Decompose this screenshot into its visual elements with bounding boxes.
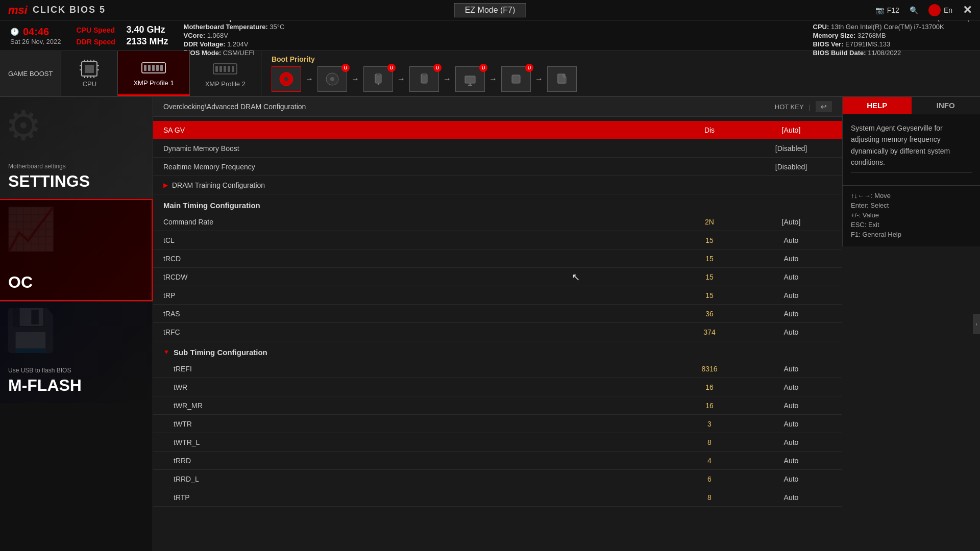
profile-cpu[interactable]: CPU [61,51,118,96]
right-info: MB: MAG Z790 TOMAHAWK WIFI DDR4 (MS-7D91… [813,14,970,57]
setting-current-tras: 36 [669,310,750,318]
setting-name-trcdw: tRCDW [163,273,669,281]
key-hint-f1: F1: General Help [851,231,972,238]
setting-row-trfc[interactable]: tRFC 374 Auto [153,323,842,341]
setting-current-sagv: Dis [669,126,750,134]
boot-device-6[interactable]: U [501,66,531,92]
help-panel-collapse-button[interactable]: › [973,314,980,334]
ez-mode-button[interactable]: EZ Mode (F7) [454,3,526,17]
setting-value-twr: Auto [750,383,832,391]
svg-rect-15 [144,65,146,71]
lang-icon [928,4,941,16]
setting-row-trcdw[interactable]: tRCDW 15 Auto ↖ [153,268,842,286]
screenshot-button[interactable]: 📷 F12 [875,6,899,14]
setting-name-sagv: SA GV [163,126,669,134]
boot-badge-6: U [525,64,533,72]
setting-row-commandrate[interactable]: Command Rate 2N [Auto] [153,213,842,231]
setting-row-tras[interactable]: tRAS 36 Auto [153,305,842,323]
key-hint-value: +/-: Value [851,211,972,219]
cpu-profile-label: CPU [83,80,96,88]
setting-row-twtr[interactable]: tWTR 3 Auto [153,415,842,433]
sidebar-item-oc[interactable]: 📈 OC [0,199,153,301]
key-hint-move: ↑↓←→: Move [851,192,972,199]
svg-rect-30 [375,74,381,83]
profile-xmp2[interactable]: XMP Profile 2 [190,51,261,96]
svg-rect-17 [152,65,155,71]
tab-help[interactable]: HELP [843,97,912,114]
breadcrumb-path: Overclocking\Advanced DRAM Configuration [163,103,306,111]
mb-temp-row: Motherboard Temperature: 35°C [184,23,798,31]
help-divider [851,172,972,173]
oc-bg-icon: 📈 [5,205,56,253]
search-icon: 🔍 [910,6,918,14]
setting-row-trp[interactable]: tRP 15 Auto [153,286,842,305]
setting-value-commandrate: [Auto] [750,218,832,226]
xmp2-profile-icon [212,60,238,78]
setting-current-trefi: 8316 [669,365,750,373]
svg-rect-18 [156,65,159,71]
center-info: CPU Core Temperature: 15°C Motherboard T… [184,14,798,57]
setting-row-trtp[interactable]: tRTP 8 Auto [153,488,842,507]
back-button[interactable]: ↩ [816,101,832,112]
setting-current-tcl: 15 [669,236,750,244]
help-text: System Agent Geyserville for adjusting m… [851,122,972,168]
game-boost-tab[interactable]: GAME BOOST [0,51,61,96]
boot-devices[interactable]: → U → U → U → U → [272,66,970,92]
sidebar-item-mflash[interactable]: 💾 Use USB to flash BIOS M-FLASH [0,301,153,403]
setting-current-trp: 15 [669,291,750,299]
setting-value-trfc: Auto [750,328,832,336]
boot-device-5[interactable]: U [455,66,485,92]
boot-badge-5: U [479,64,487,72]
main-layout: ⚙ Motherboard settings SETTINGS 📈 OC 💾 U… [0,97,980,551]
setting-row-dmboost[interactable]: Dynamic Memory Boost [Disabled] [153,139,842,158]
setting-name-trefi: tREFI [174,365,669,373]
time-value: 04:46 [23,26,49,38]
setting-current-twtrl: 8 [669,438,750,446]
svg-rect-22 [219,66,222,72]
setting-row-tcl[interactable]: tCL 15 Auto [153,231,842,249]
setting-row-twrmr[interactable]: tWR_MR 16 Auto [153,396,842,415]
setting-current-trtp: 8 [669,493,750,502]
setting-row-rtmf[interactable]: Realtime Memory Frequency [Disabled] [153,158,842,176]
sidebar-item-settings[interactable]: ⚙ Motherboard settings SETTINGS [0,97,153,199]
key-hint-enter: Enter: Select [851,202,972,209]
xmp2-profile-label: XMP Profile 2 [205,80,246,88]
setting-value-twrmr: Auto [750,402,832,410]
boot-arrow-1: → [305,74,313,84]
setting-row-trefi[interactable]: tREFI 8316 Auto [153,360,842,378]
setting-row-dram-training[interactable]: ▶ DRAM Training Configuration [153,176,842,194]
boot-device-4[interactable]: U [409,66,439,92]
setting-row-trrdl[interactable]: tRRD_L 6 Auto [153,470,842,488]
boot-device-1[interactable] [272,66,301,92]
setting-value-twtr: Auto [750,420,832,428]
setting-row-sagv[interactable]: SA GV Dis [Auto] [153,121,842,139]
setting-value-dmboost: [Disabled] [750,144,832,153]
vcore-row: VCore: 1.068V [184,32,798,39]
setting-row-trrd[interactable]: tRRD 4 Auto [153,452,842,470]
section-main-timing: Main Timing Configuration [153,194,842,213]
boot-device-7[interactable] [547,66,577,92]
boot-priority-section: Boot Priority → U → U → U → [261,51,980,96]
boot-badge-4: U [433,64,442,72]
time-block: 🕐 04:46 Sat 26 Nov, 2022 [10,26,61,45]
boot-device-3[interactable]: U [363,66,393,92]
setting-name-trfc: tRFC [163,328,669,336]
close-button[interactable]: ✕ [963,4,972,17]
setting-row-twr[interactable]: tWR 16 Auto [153,378,842,396]
setting-value-tras: Auto [750,310,832,318]
collapse-icon: ▼ [163,348,169,356]
setting-name-tcl: tCL [163,236,669,244]
setting-name-trcd: tRCD [163,255,669,263]
settings-table[interactable]: SA GV Dis [Auto] Dynamic Memory Boost [D… [153,117,842,551]
boot-device-2[interactable]: U [317,66,347,92]
setting-row-trcd[interactable]: tRCD 15 Auto [153,249,842,268]
tab-info[interactable]: INFO [912,97,981,114]
profile-xmp1[interactable]: XMP Profile 1 [118,51,189,96]
setting-name-twr: tWR [174,383,669,391]
setting-row-twtrl[interactable]: tWTR_L 8 Auto [153,433,842,452]
language-button[interactable]: En [928,4,952,16]
search-button[interactable]: 🔍 [910,6,918,14]
setting-current-trcdw: 15 [669,273,750,281]
setting-value-sagv: [Auto] [750,126,832,134]
boot-priority-label: Boot Priority [272,55,970,63]
